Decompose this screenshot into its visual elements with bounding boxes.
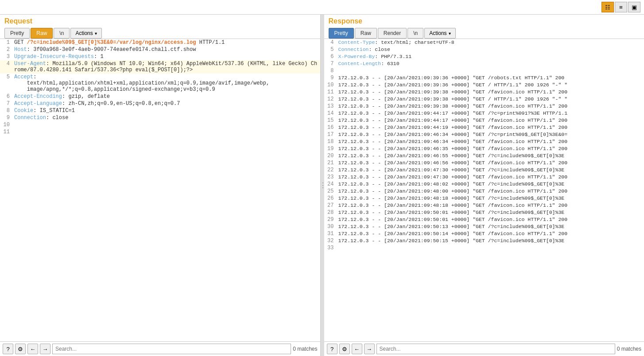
list-view-button[interactable]: ≡ bbox=[615, 2, 627, 12]
response-tab-pretty[interactable]: Pretty bbox=[329, 28, 354, 39]
request-line-11: 11 bbox=[0, 128, 320, 135]
request-line-7: 7 Accept-Language: zh-CN,zh;q=0.9,en-US;… bbox=[0, 100, 320, 107]
response-footer: ? ⚙ ← → 0 matches bbox=[324, 341, 644, 356]
response-line-14: 14 172.12.0.3 - - [20/Jan/2021:09:44:17 … bbox=[324, 110, 644, 117]
top-toolbar: ☷ ≡ ▣ bbox=[0, 0, 644, 15]
request-line-4: 4 User-Agent: Mozilla/5.0 (Windows NT 10… bbox=[0, 60, 320, 74]
grid-view-button[interactable]: ☷ bbox=[601, 2, 614, 12]
request-line-3: 3 Upgrade-Insecure-Requests: 1 bbox=[0, 53, 320, 60]
response-panel: Response Pretty Raw Render \n Actions ▾ … bbox=[324, 15, 644, 356]
request-tab-bar: Pretty Raw \n Actions ▾ bbox=[0, 28, 320, 39]
response-line-15: 15 172.12.0.3 - - [20/Jan/2021:09:44:17 … bbox=[324, 117, 644, 124]
response-line-25: 25 172.12.0.3 - - [20/Jan/2021:09:48:00 … bbox=[324, 188, 644, 195]
response-line-13: 13 172.12.0.3 - - [20/Jan/2021:09:39:38 … bbox=[324, 103, 644, 110]
response-line-18: 18 172.12.0.3 - - [20/Jan/2021:09:46:34 … bbox=[324, 138, 644, 145]
request-code-area: 1 GET /?c=include%09$_GET[0]%3E&0=/var/l… bbox=[0, 39, 320, 135]
response-content[interactable]: 4 Content-Type: text/html; charset=UTF-8… bbox=[324, 39, 644, 341]
response-line-5: 5 Connection: close bbox=[324, 46, 644, 53]
response-line-28: 28 172.12.0.3 - - [20/Jan/2021:09:50:01 … bbox=[324, 209, 644, 216]
main-panels: Request Pretty Raw \n Actions ▾ 1 GET /?… bbox=[0, 15, 644, 356]
request-tab-raw[interactable]: Raw bbox=[31, 28, 53, 39]
response-line-7: 7 Content-Length: 6310 bbox=[324, 60, 644, 67]
request-prev-button[interactable]: ← bbox=[27, 344, 38, 354]
response-line-27: 27 172.12.0.3 - - [20/Jan/2021:09:48:18 … bbox=[324, 202, 644, 209]
request-line-10: 10 bbox=[0, 121, 320, 128]
response-title: Response bbox=[329, 17, 640, 25]
request-tab-pretty[interactable]: Pretty bbox=[4, 28, 30, 39]
response-tab-bar: Pretty Raw Render \n Actions ▾ bbox=[324, 28, 644, 39]
request-header: Request bbox=[0, 15, 320, 28]
response-next-button[interactable]: → bbox=[364, 344, 375, 354]
response-line-19: 19 172.12.0.3 - - [20/Jan/2021:09:46:35 … bbox=[324, 145, 644, 152]
request-search-input[interactable] bbox=[52, 344, 291, 354]
request-help-button[interactable]: ? bbox=[3, 344, 13, 354]
response-line-26: 26 172.12.0.3 - - [20/Jan/2021:09:48:18 … bbox=[324, 195, 644, 202]
request-line-8: 8 Cookie: IS_STATIC=1 bbox=[0, 107, 320, 114]
response-line-10: 10 172.12.0.3 - - [20/Jan/2021:09:39:36 … bbox=[324, 81, 644, 89]
response-line-23: 23 172.12.0.3 - - [20/Jan/2021:09:47:30 … bbox=[324, 174, 644, 181]
response-line-11: 11 172.12.0.3 - - [20/Jan/2021:09:39:38 … bbox=[324, 89, 644, 96]
response-line-16: 16 172.12.0.3 - - [20/Jan/2021:09:44:19 … bbox=[324, 124, 644, 131]
request-content[interactable]: 1 GET /?c=include%09$_GET[0]%3E&0=/var/l… bbox=[0, 39, 320, 341]
response-line-31: 31 172.12.0.3 - - [20/Jan/2021:09:50:14 … bbox=[324, 230, 644, 237]
response-tab-newline[interactable]: \n bbox=[407, 28, 423, 39]
request-panel: Request Pretty Raw \n Actions ▾ 1 GET /?… bbox=[0, 15, 321, 356]
request-line-6: 6 Accept-Encoding: gzip, deflate bbox=[0, 93, 320, 100]
request-actions-button[interactable]: Actions ▾ bbox=[70, 28, 101, 39]
response-line-20: 20 172.12.0.3 - - [20/Jan/2021:09:46:55 … bbox=[324, 152, 644, 159]
response-line-32: 32 172.12.0.3 - - [20/Jan/2021:09:50:15 … bbox=[324, 237, 644, 244]
response-line-12: 12 172.12.0.3 - - [20/Jan/2021:09:39:38 … bbox=[324, 96, 644, 103]
response-tab-raw[interactable]: Raw bbox=[355, 28, 377, 39]
response-line-24: 24 172.12.0.3 - - [20/Jan/2021:09:48:02 … bbox=[324, 181, 644, 188]
response-line-8: 8 bbox=[324, 67, 644, 74]
response-line-22: 22 172.12.0.3 - - [20/Jan/2021:09:47:30 … bbox=[324, 166, 644, 174]
response-search-input[interactable] bbox=[376, 344, 615, 354]
response-settings-button[interactable]: ⚙ bbox=[339, 344, 350, 354]
single-view-button[interactable]: ▣ bbox=[628, 2, 640, 12]
response-line-4: 4 Content-Type: text/html; charset=UTF-8 bbox=[324, 39, 644, 46]
panel-resizer[interactable]: ⋮ bbox=[321, 15, 324, 356]
request-tab-newline[interactable]: \n bbox=[54, 28, 70, 39]
request-line-1: 1 GET /?c=include%09$_GET[0]%3E&0=/var/l… bbox=[0, 39, 320, 46]
actions-chevron-icon: ▾ bbox=[95, 31, 97, 36]
response-matches-label: 0 matches bbox=[617, 346, 641, 352]
request-line-2: 2 Host: 3f00a968-3e0f-4aeb-9007-74eaeefe… bbox=[0, 46, 320, 53]
request-title: Request bbox=[4, 17, 316, 25]
response-line-6: 6 X-Powered-By: PHP/7.3.11 bbox=[324, 53, 644, 60]
request-next-button[interactable]: → bbox=[40, 344, 50, 354]
response-prev-button[interactable]: ← bbox=[352, 344, 362, 354]
response-actions-button[interactable]: Actions ▾ bbox=[424, 28, 455, 39]
response-line-17: 17 172.12.0.3 - - [20/Jan/2021:09:46:34 … bbox=[324, 131, 644, 138]
request-matches-label: 0 matches bbox=[293, 346, 317, 352]
request-settings-button[interactable]: ⚙ bbox=[15, 344, 26, 354]
response-actions-chevron-icon: ▾ bbox=[449, 31, 451, 36]
response-help-button[interactable]: ? bbox=[327, 344, 338, 354]
response-tab-render[interactable]: Render bbox=[378, 28, 407, 39]
request-line-5: 5 Accept: text/html,application/xhtml+xm… bbox=[0, 74, 320, 93]
request-line-9: 9 Connection: close bbox=[0, 114, 320, 121]
response-header: Response bbox=[324, 15, 644, 28]
response-code-area: 4 Content-Type: text/html; charset=UTF-8… bbox=[324, 39, 644, 252]
response-line-21: 21 172.12.0.3 - - [20/Jan/2021:09:46:56 … bbox=[324, 159, 644, 166]
response-line-9: 9 172.12.0.3 - - [20/Jan/2021:09:39:36 +… bbox=[324, 74, 644, 81]
response-line-30: 30 172.12.0.3 - - [20/Jan/2021:09:50:13 … bbox=[324, 223, 644, 230]
response-line-29: 29 172.12.0.3 - - [20/Jan/2021:09:50:01 … bbox=[324, 216, 644, 223]
response-line-33: 33 bbox=[324, 244, 644, 252]
request-footer: ? ⚙ ← → 0 matches bbox=[0, 341, 320, 356]
